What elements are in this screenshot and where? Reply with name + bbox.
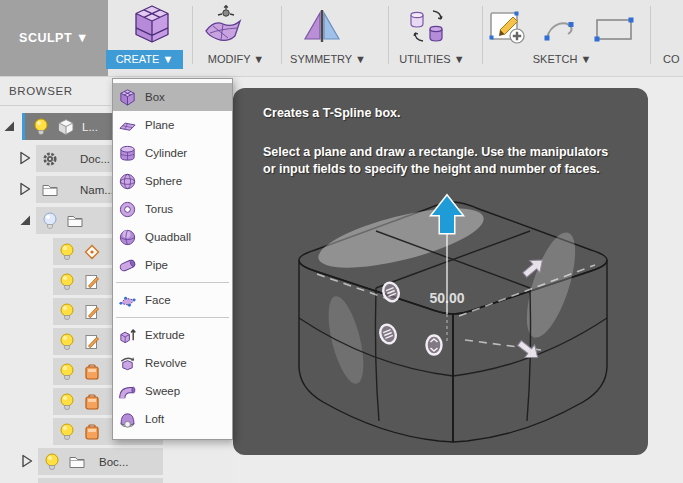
construct-menu-button[interactable]: CO xyxy=(663,50,683,69)
expander-open-icon[interactable] xyxy=(2,119,16,133)
toolbar: SCULPT ▼ CREATE ▼ MODIFY ▼ SYMMETRY ▼ UT… xyxy=(0,0,683,77)
plane-icon xyxy=(118,116,137,135)
expander-closed-icon[interactable] xyxy=(20,454,34,468)
sphere-icon xyxy=(118,172,137,191)
menu-item-label: Sphere xyxy=(145,175,182,187)
quadball-icon xyxy=(118,228,137,247)
lightbulb-dim-icon[interactable] xyxy=(41,211,59,231)
menu-item-cylinder[interactable]: Cylinder xyxy=(113,139,232,167)
sketch-icon xyxy=(83,303,101,321)
menu-item-extrude[interactable]: Extrude xyxy=(113,321,232,349)
row-label: Boc... xyxy=(99,456,128,468)
lightbulb-on-icon[interactable] xyxy=(58,392,76,412)
menu-item-pipe[interactable]: Pipe xyxy=(113,251,232,279)
menu-item-label: Plane xyxy=(145,119,174,131)
faces-spinner-handle xyxy=(380,280,401,303)
lightbulb-on-icon[interactable] xyxy=(58,272,76,292)
symmetry-icon[interactable] xyxy=(302,8,342,48)
create-dropdown-menu: Box Plane Cylinder Sphere Torus Quadball… xyxy=(112,78,233,440)
menu-separator xyxy=(116,317,229,318)
cylinder-icon xyxy=(118,144,137,163)
menu-item-label: Revolve xyxy=(145,357,187,369)
faces-spinner-handle xyxy=(427,336,442,355)
menu-item-sphere[interactable]: Sphere xyxy=(113,167,232,195)
tooltip-body-line2: or input fields to specify the height an… xyxy=(263,161,608,178)
tspline-body-icon xyxy=(83,393,101,411)
menu-item-revolve[interactable]: Revolve xyxy=(113,349,232,377)
row-label: L... xyxy=(82,121,98,133)
create-menu-button[interactable]: CREATE ▼ xyxy=(106,50,183,69)
menu-item-torus[interactable]: Torus xyxy=(113,195,232,223)
lightbulb-on-icon[interactable] xyxy=(43,452,61,472)
menu-item-label: Box xyxy=(145,91,165,103)
modify-menu-button[interactable]: MODIFY ▼ xyxy=(197,50,275,69)
lightbulb-on-icon[interactable] xyxy=(58,362,76,382)
menu-item-plane[interactable]: Plane xyxy=(113,111,232,139)
folder-icon xyxy=(68,453,86,471)
browser-row-folder[interactable] xyxy=(38,478,163,483)
tspline-body-icon xyxy=(83,363,101,381)
tooltip-body-line1: Select a plane and draw a rectangle. Use… xyxy=(263,144,608,161)
lightbulb-on-icon[interactable] xyxy=(32,117,50,137)
tooltip-title: Creates a T-Spline box. xyxy=(263,106,401,120)
menu-item-label: Torus xyxy=(145,203,173,215)
menu-item-label: Pipe xyxy=(145,259,168,271)
menu-separator xyxy=(116,282,229,283)
tspline-body-icon xyxy=(83,423,101,441)
menu-item-label: Face xyxy=(145,294,171,306)
browser-row-bodies-folder[interactable]: Boc... xyxy=(38,448,163,475)
pipe-icon xyxy=(118,256,137,275)
lightbulb-on-icon[interactable] xyxy=(58,332,76,352)
menu-item-sweep[interactable]: Sweep xyxy=(113,377,232,405)
settings-gear-icon xyxy=(41,150,59,168)
fusion-sculpt-window: SCULPT ▼ CREATE ▼ MODIFY ▼ SYMMETRY ▼ UT… xyxy=(0,0,683,483)
expander-open-icon[interactable] xyxy=(18,213,32,227)
menu-item-label: Cylinder xyxy=(145,147,187,159)
face-icon xyxy=(118,291,137,310)
menu-item-face[interactable]: Face xyxy=(113,286,232,314)
selection-bar xyxy=(22,113,25,140)
create-sketch-icon[interactable] xyxy=(487,7,527,51)
loft-icon xyxy=(118,410,137,429)
table-row xyxy=(0,478,233,483)
torus-icon xyxy=(118,200,137,219)
table-row: Boc... xyxy=(0,448,233,475)
tspline-box-preview-image: 50.00 xyxy=(251,190,647,446)
menu-item-box[interactable]: Box xyxy=(113,83,232,111)
menu-item-quadball[interactable]: Quadball xyxy=(113,223,232,251)
lightbulb-on-icon[interactable] xyxy=(58,242,76,262)
symmetry-menu-button[interactable]: SYMMETRY ▼ xyxy=(283,50,373,69)
expander-closed-icon[interactable] xyxy=(18,182,32,196)
browser-title: BROWSER xyxy=(9,85,73,97)
origin-diamond-icon xyxy=(83,243,101,261)
toolbar-divider xyxy=(281,6,282,64)
component-cube-icon xyxy=(57,118,75,136)
utilities-icon[interactable] xyxy=(406,4,450,52)
lightbulb-on-icon[interactable] xyxy=(58,302,76,322)
box-command-tooltip: Creates a T-Spline box. Select a plane a… xyxy=(233,88,648,455)
lightbulb-on-icon[interactable] xyxy=(58,422,76,442)
menu-item-loft[interactable]: Loft xyxy=(113,405,232,433)
menu-item-label: Extrude xyxy=(145,329,185,341)
faces-spinner-handle xyxy=(377,322,398,345)
menu-item-label: Quadball xyxy=(145,231,191,243)
workspace-selector[interactable]: SCULPT ▼ xyxy=(0,0,108,76)
spline-icon[interactable] xyxy=(543,18,577,46)
dimension-value: 50.00 xyxy=(429,290,464,306)
extrude-icon xyxy=(118,326,137,345)
row-label: Doc... xyxy=(80,153,110,165)
sketch-icon xyxy=(83,333,101,351)
modify-form-icon[interactable] xyxy=(201,2,245,50)
tooltip-body: Select a plane and draw a rectangle. Use… xyxy=(263,144,608,178)
folder-icon xyxy=(41,181,59,199)
row-label: Nam... xyxy=(80,184,114,196)
expander-closed-icon[interactable] xyxy=(18,151,32,165)
toolbar-divider xyxy=(482,6,483,64)
menu-item-label: Sweep xyxy=(145,385,180,397)
menu-item-label: Loft xyxy=(145,413,164,425)
utilities-menu-button[interactable]: UTILITIES ▼ xyxy=(389,50,475,69)
tspline-box-icon[interactable] xyxy=(130,2,174,50)
sketch-menu-button[interactable]: SKETCH ▼ xyxy=(523,50,601,69)
sweep-icon xyxy=(118,382,137,401)
rectangle-icon[interactable] xyxy=(593,15,635,47)
